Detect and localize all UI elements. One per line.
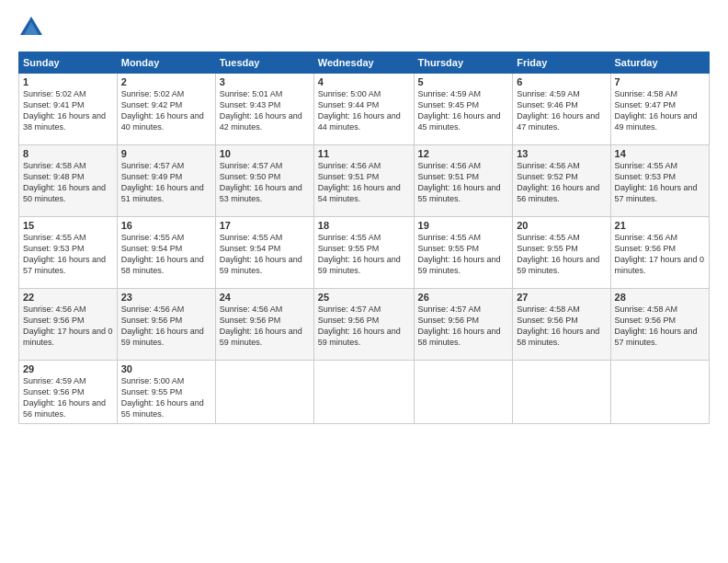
header-row: SundayMondayTuesdayWednesdayThursdayFrid…	[19, 52, 710, 74]
day-cell: 23 Sunrise: 4:56 AMSunset: 9:56 PMDaylig…	[117, 289, 215, 361]
day-number: 16	[121, 220, 211, 231]
column-header-monday: Monday	[117, 52, 215, 74]
day-number: 6	[517, 76, 606, 87]
day-number: 12	[418, 148, 509, 159]
day-number: 13	[517, 148, 606, 159]
day-info: Sunrise: 4:57 AMSunset: 9:56 PMDaylight:…	[418, 304, 501, 347]
day-cell: 16 Sunrise: 4:55 AMSunset: 9:54 PMDaylig…	[117, 217, 215, 289]
day-cell	[215, 361, 313, 424]
day-cell: 15 Sunrise: 4:55 AMSunset: 9:53 PMDaylig…	[19, 217, 118, 289]
column-header-thursday: Thursday	[414, 52, 513, 74]
day-cell: 9 Sunrise: 4:57 AMSunset: 9:49 PMDayligh…	[117, 145, 215, 217]
day-cell: 1 Sunrise: 5:02 AMSunset: 9:41 PMDayligh…	[19, 74, 118, 145]
day-cell: 18 Sunrise: 4:55 AMSunset: 9:55 PMDaylig…	[313, 217, 414, 289]
day-number: 5	[418, 76, 509, 87]
day-info: Sunrise: 4:56 AMSunset: 9:56 PMDaylight:…	[220, 304, 302, 347]
day-cell: 26 Sunrise: 4:57 AMSunset: 9:56 PMDaylig…	[414, 289, 513, 361]
day-info: Sunrise: 4:59 AMSunset: 9:45 PMDaylight:…	[418, 89, 501, 132]
day-number: 11	[318, 148, 410, 159]
day-cell: 14 Sunrise: 4:55 AMSunset: 9:53 PMDaylig…	[610, 145, 709, 217]
day-cell: 4 Sunrise: 5:00 AMSunset: 9:44 PMDayligh…	[313, 74, 414, 145]
day-number: 2	[121, 76, 211, 87]
column-header-sunday: Sunday	[19, 52, 118, 74]
day-number: 26	[418, 292, 509, 303]
day-number: 19	[418, 220, 509, 231]
day-cell: 24 Sunrise: 4:56 AMSunset: 9:56 PMDaylig…	[215, 289, 313, 361]
day-number: 9	[121, 148, 211, 159]
week-row-4: 22 Sunrise: 4:56 AMSunset: 9:56 PMDaylig…	[19, 289, 710, 361]
day-number: 24	[220, 292, 310, 303]
column-header-saturday: Saturday	[610, 52, 709, 74]
day-number: 4	[318, 76, 410, 87]
week-row-3: 15 Sunrise: 4:55 AMSunset: 9:53 PMDaylig…	[19, 217, 710, 289]
day-cell: 12 Sunrise: 4:56 AMSunset: 9:51 PMDaylig…	[414, 145, 513, 217]
day-number: 30	[121, 363, 211, 374]
week-row-2: 8 Sunrise: 4:58 AMSunset: 9:48 PMDayligh…	[19, 145, 710, 217]
day-info: Sunrise: 4:55 AMSunset: 9:55 PMDaylight:…	[517, 233, 599, 275]
week-row-1: 1 Sunrise: 5:02 AMSunset: 9:41 PMDayligh…	[19, 74, 710, 145]
calendar: SundayMondayTuesdayWednesdayThursdayFrid…	[18, 52, 710, 424]
day-cell: 2 Sunrise: 5:02 AMSunset: 9:42 PMDayligh…	[117, 74, 215, 145]
logo	[18, 15, 48, 40]
day-cell: 13 Sunrise: 4:56 AMSunset: 9:52 PMDaylig…	[513, 145, 610, 217]
day-info: Sunrise: 4:55 AMSunset: 9:53 PMDaylight:…	[615, 161, 698, 203]
day-cell: 27 Sunrise: 4:58 AMSunset: 9:56 PMDaylig…	[513, 289, 610, 361]
day-info: Sunrise: 4:58 AMSunset: 9:56 PMDaylight:…	[615, 304, 698, 347]
day-info: Sunrise: 4:59 AMSunset: 9:56 PMDaylight:…	[23, 376, 106, 419]
day-info: Sunrise: 4:57 AMSunset: 9:49 PMDaylight:…	[121, 161, 204, 203]
column-header-friday: Friday	[513, 52, 610, 74]
day-info: Sunrise: 4:57 AMSunset: 9:56 PMDaylight:…	[318, 304, 401, 347]
day-cell: 3 Sunrise: 5:01 AMSunset: 9:43 PMDayligh…	[215, 74, 313, 145]
day-info: Sunrise: 5:01 AMSunset: 9:43 PMDaylight:…	[220, 89, 302, 132]
day-info: Sunrise: 4:58 AMSunset: 9:47 PMDaylight:…	[615, 89, 698, 132]
day-info: Sunrise: 5:02 AMSunset: 9:42 PMDaylight:…	[121, 89, 204, 132]
day-cell: 21 Sunrise: 4:56 AMSunset: 9:56 PMDaylig…	[610, 217, 709, 289]
day-cell	[313, 361, 414, 424]
day-info: Sunrise: 4:55 AMSunset: 9:55 PMDaylight:…	[318, 233, 401, 275]
day-info: Sunrise: 4:56 AMSunset: 9:51 PMDaylight:…	[318, 161, 401, 203]
day-cell: 28 Sunrise: 4:58 AMSunset: 9:56 PMDaylig…	[610, 289, 709, 361]
day-cell: 5 Sunrise: 4:59 AMSunset: 9:45 PMDayligh…	[414, 74, 513, 145]
header	[18, 15, 710, 40]
day-number: 21	[615, 220, 705, 231]
day-info: Sunrise: 4:56 AMSunset: 9:56 PMDaylight:…	[23, 304, 113, 347]
day-number: 25	[318, 292, 410, 303]
day-number: 10	[220, 148, 310, 159]
day-cell: 6 Sunrise: 4:59 AMSunset: 9:46 PMDayligh…	[513, 74, 610, 145]
page: SundayMondayTuesdayWednesdayThursdayFrid…	[0, 0, 728, 563]
day-info: Sunrise: 5:00 AMSunset: 9:55 PMDaylight:…	[121, 376, 204, 419]
day-cell: 10 Sunrise: 4:57 AMSunset: 9:50 PMDaylig…	[215, 145, 313, 217]
logo-icon	[18, 15, 44, 40]
week-row-5: 29 Sunrise: 4:59 AMSunset: 9:56 PMDaylig…	[19, 361, 710, 424]
column-header-tuesday: Tuesday	[215, 52, 313, 74]
day-cell: 8 Sunrise: 4:58 AMSunset: 9:48 PMDayligh…	[19, 145, 118, 217]
day-info: Sunrise: 4:55 AMSunset: 9:54 PMDaylight:…	[121, 233, 204, 275]
day-number: 27	[517, 292, 606, 303]
day-cell: 20 Sunrise: 4:55 AMSunset: 9:55 PMDaylig…	[513, 217, 610, 289]
day-number: 20	[517, 220, 606, 231]
day-number: 23	[121, 292, 211, 303]
day-cell: 19 Sunrise: 4:55 AMSunset: 9:55 PMDaylig…	[414, 217, 513, 289]
day-number: 28	[615, 292, 705, 303]
day-number: 7	[615, 76, 705, 87]
day-info: Sunrise: 4:58 AMSunset: 9:56 PMDaylight:…	[517, 304, 599, 347]
day-cell: 7 Sunrise: 4:58 AMSunset: 9:47 PMDayligh…	[610, 74, 709, 145]
day-info: Sunrise: 5:02 AMSunset: 9:41 PMDaylight:…	[23, 89, 106, 132]
day-cell: 22 Sunrise: 4:56 AMSunset: 9:56 PMDaylig…	[19, 289, 118, 361]
day-cell	[414, 361, 513, 424]
day-info: Sunrise: 4:56 AMSunset: 9:52 PMDaylight:…	[517, 161, 599, 203]
day-info: Sunrise: 4:56 AMSunset: 9:56 PMDaylight:…	[121, 304, 204, 347]
day-info: Sunrise: 4:56 AMSunset: 9:56 PMDaylight:…	[615, 233, 705, 275]
day-info: Sunrise: 4:55 AMSunset: 9:53 PMDaylight:…	[23, 233, 106, 275]
day-number: 22	[23, 292, 113, 303]
day-cell	[610, 361, 709, 424]
day-info: Sunrise: 4:55 AMSunset: 9:55 PMDaylight:…	[418, 233, 501, 275]
day-info: Sunrise: 4:57 AMSunset: 9:50 PMDaylight:…	[220, 161, 302, 203]
day-number: 3	[220, 76, 310, 87]
day-info: Sunrise: 5:00 AMSunset: 9:44 PMDaylight:…	[318, 89, 401, 132]
day-cell: 30 Sunrise: 5:00 AMSunset: 9:55 PMDaylig…	[117, 361, 215, 424]
day-number: 29	[23, 363, 113, 374]
day-number: 17	[220, 220, 310, 231]
day-number: 15	[23, 220, 113, 231]
day-info: Sunrise: 4:56 AMSunset: 9:51 PMDaylight:…	[418, 161, 501, 203]
